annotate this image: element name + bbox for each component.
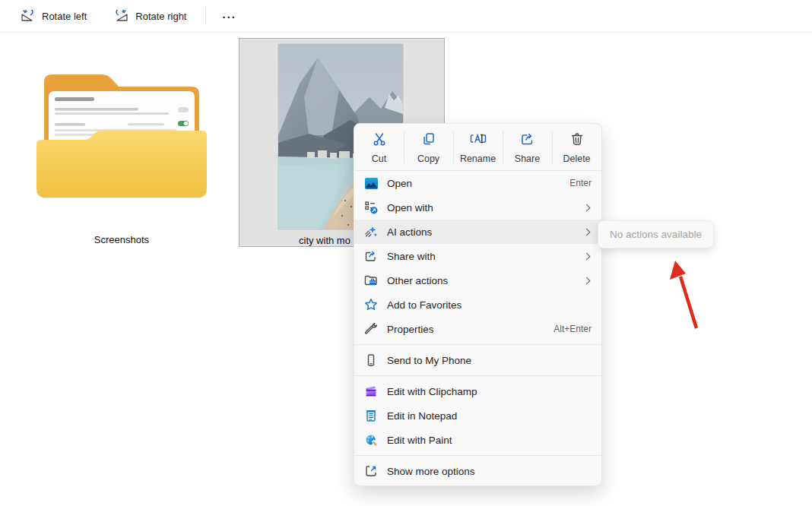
share-label: Share [515, 153, 540, 164]
menu-item-show-more-options[interactable]: Show more options [354, 459, 601, 483]
menu-item-share-with[interactable]: Share with [354, 244, 601, 268]
menu-item-label: Edit with Clipchamp [387, 386, 477, 397]
phone-icon [364, 353, 378, 367]
context-menu-list: Open Enter Open with [354, 171, 601, 483]
show-more-icon [364, 464, 378, 478]
folder-icon [36, 188, 207, 201]
menu-item-edit-with-clipchamp[interactable]: Edit with Clipchamp [354, 379, 601, 403]
menu-divider [354, 344, 601, 345]
menu-item-ai-actions[interactable]: AI actions [354, 220, 601, 244]
menu-item-edit-with-paint[interactable]: Edit with Paint [354, 428, 601, 452]
menu-item-label: Properties [387, 324, 434, 335]
menu-divider [354, 375, 601, 376]
chevron-right-icon [583, 252, 591, 260]
menu-item-label: AI actions [387, 226, 432, 238]
share-icon [520, 131, 535, 150]
tooltip-text: No actions available [610, 229, 702, 240]
copy-button[interactable]: Copy [404, 124, 453, 170]
menu-item-add-to-favorites[interactable]: Add to Favorites [354, 293, 601, 317]
red-annotation-arrow [660, 252, 721, 339]
menu-item-label: Share with [387, 251, 436, 262]
cut-icon [372, 131, 387, 150]
menu-item-label: Open [387, 178, 412, 189]
menu-item-label: Open with [387, 202, 433, 213]
shortcut-label: Alt+Enter [553, 324, 592, 334]
chevron-right-icon [583, 277, 591, 284]
rotate-left-label: Rotate left [42, 11, 87, 22]
menu-item-label: Send to My Phone [387, 355, 471, 366]
image-name-label: city with mo [299, 235, 350, 246]
clipchamp-icon [364, 384, 378, 398]
menu-item-open-with[interactable]: Open with [354, 195, 601, 220]
menu-item-label: Add to Favorites [387, 299, 462, 311]
quick-actions-row: Cut Copy Rename [354, 124, 601, 171]
toolbar: Rotate left Rotate right ... [0, 0, 812, 33]
menu-divider [354, 455, 601, 456]
no-actions-tooltip: No actions available [598, 220, 714, 248]
menu-item-properties[interactable]: Properties Alt+Enter [354, 317, 601, 341]
more-options-icon: ... [222, 8, 236, 21]
menu-item-edit-in-notepad[interactable]: Edit in Notepad [354, 403, 601, 428]
rotate-left-button[interactable]: Rotate left [12, 5, 95, 28]
wrench-icon [364, 322, 378, 336]
star-icon [364, 298, 378, 312]
menu-item-label: Other actions [387, 275, 448, 286]
rotate-right-icon [114, 10, 128, 23]
notepad-icon [364, 409, 378, 422]
menu-item-other-actions[interactable]: Other actions [354, 268, 601, 293]
folder-name-label: Screenshots [36, 234, 207, 245]
paint-icon [364, 433, 378, 447]
rename-button[interactable]: Rename [453, 124, 503, 170]
rename-label: Rename [460, 153, 496, 164]
open-icon [364, 176, 378, 190]
menu-item-open[interactable]: Open Enter [354, 171, 601, 195]
other-actions-icon [364, 274, 378, 287]
share-with-icon [364, 249, 378, 263]
menu-item-label: Edit with Paint [387, 435, 452, 446]
shortcut-label: Enter [569, 178, 592, 188]
delete-label: Delete [563, 153, 590, 164]
rotate-right-label: Rotate right [135, 11, 186, 22]
delete-button[interactable]: Delete [552, 124, 601, 170]
menu-item-label: Show more options [387, 466, 475, 477]
context-menu: Cut Copy Rename [354, 123, 602, 486]
menu-item-send-to-my-phone[interactable]: Send to My Phone [354, 348, 601, 372]
share-button[interactable]: Share [503, 124, 552, 170]
copy-icon [421, 131, 436, 150]
rotate-right-button[interactable]: Rotate right [106, 5, 195, 28]
copy-label: Copy [417, 153, 439, 164]
toolbar-divider [205, 8, 206, 24]
rename-icon [470, 131, 487, 150]
chevron-right-icon [583, 228, 591, 236]
ai-sparkles-icon [364, 225, 378, 239]
chevron-right-icon [583, 204, 591, 211]
folder-tile-screenshots[interactable]: Screenshots [36, 65, 207, 202]
rotate-left-icon [21, 10, 35, 23]
menu-item-label: Edit in Notepad [387, 410, 457, 422]
cut-button[interactable]: Cut [354, 124, 404, 170]
delete-icon [569, 131, 585, 150]
cut-label: Cut [372, 153, 386, 164]
open-with-icon [364, 201, 378, 214]
more-options-button[interactable]: ... [213, 5, 246, 28]
